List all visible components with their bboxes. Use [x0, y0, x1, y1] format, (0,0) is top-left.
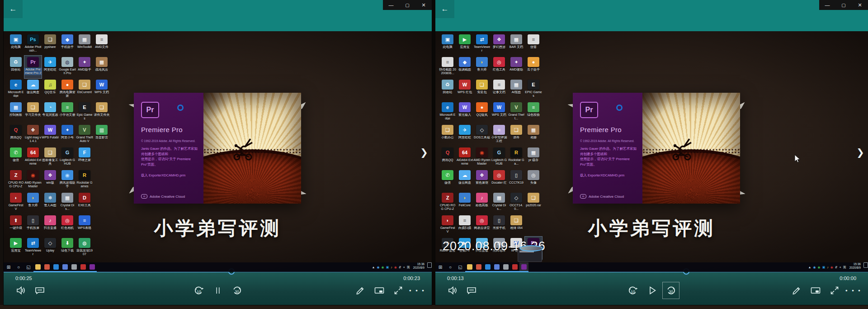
- desktop-icon: ◎头像: [525, 169, 542, 191]
- desktop-icon: [93, 191, 110, 214]
- desktop-icon: 64AIDA64 Extreme: [456, 146, 473, 169]
- desktop-icon: VGrand Theft Auto V: [76, 124, 93, 146]
- desktop-icon: ❖Light mag v1.4.1: [24, 124, 42, 146]
- desktop-icon: GLogitech G HUB: [59, 146, 76, 169]
- tray-icon: ◉: [818, 266, 821, 269]
- svg-text:10: 10: [631, 290, 635, 294]
- desktop-icon: VGrand Theft...: [508, 101, 525, 124]
- desktop-icon: ♻回收站: [439, 78, 456, 101]
- tray-icon: ◉: [813, 266, 816, 269]
- forward30-button[interactable]: 30: [229, 282, 245, 299]
- fullscreen-button[interactable]: [390, 282, 406, 299]
- desktop-icon: RRockstar Ga...: [508, 146, 525, 169]
- desktop-icon: ≡AMD文件: [93, 33, 110, 56]
- pencil-button[interactable]: [352, 282, 368, 299]
- play-button[interactable]: [644, 282, 660, 299]
- desktop-icon: ◗鲁大师: [473, 56, 491, 78]
- maximize-button[interactable]: ▢: [835, 0, 852, 10]
- fullscreen-button[interactable]: [826, 282, 843, 299]
- desktop-icon: ▦相册: [525, 124, 542, 146]
- desktop-bottom-strip: [0, 305, 868, 309]
- creative-cloud-icon: ∞: [580, 194, 586, 199]
- minimize-button[interactable]: —: [383, 0, 399, 10]
- desktop-icon: ▦Crystal Dis...: [59, 191, 76, 214]
- close-button[interactable]: ✕: [415, 0, 432, 10]
- pause-button[interactable]: [210, 282, 226, 299]
- svg-text:30: 30: [669, 290, 673, 294]
- desktop-icon: F哔哩之家: [76, 146, 93, 169]
- taskbar-app-icon: [42, 262, 52, 272]
- back-button[interactable]: ←: [4, 0, 23, 18]
- desktop-icon: ❏EbCurrent: [76, 78, 93, 101]
- premiere-logo: Pr: [141, 102, 159, 118]
- more-button[interactable]: • • •: [845, 282, 862, 299]
- splash-artwork: [203, 93, 301, 204]
- desktop-icon: ✆微信: [7, 146, 24, 169]
- pencil-button[interactable]: [788, 282, 805, 299]
- desktop-icon: ◎红色工具: [491, 56, 508, 78]
- tray-icon: 英: [407, 265, 410, 270]
- taskbar-app-icon: [483, 262, 492, 272]
- rewind10-button[interactable]: 10: [191, 282, 207, 299]
- taskbar-app-icon: [519, 262, 528, 272]
- back-button[interactable]: ←: [435, 0, 454, 18]
- remaining-time: 0:00:23: [403, 276, 420, 281]
- miniview-button[interactable]: [807, 282, 824, 299]
- tray-icon: ⇵: [835, 266, 838, 269]
- subtitles-button[interactable]: [32, 282, 48, 299]
- desktop-icon: ≡绿色校验: [525, 101, 542, 124]
- caption-buttons: — ▢ ✕: [383, 0, 432, 10]
- forward30-button[interactable]: 30: [663, 282, 679, 299]
- desktop-icon: ◍Google Earth Pro: [59, 56, 76, 78]
- video-caption-text: 小学弟写评测: [4, 216, 432, 241]
- desktop-icon: ●瓜子助手: [525, 56, 542, 78]
- more-button[interactable]: • • •: [409, 282, 425, 299]
- tray-icon: ⇵: [399, 266, 401, 269]
- video-frame[interactable]: ▣此电脑PsAdobe Photosh...❏pyshare◆手机助手▦WinT…: [4, 31, 432, 272]
- video-frame[interactable]: ▣此电脑▶应用宝⇄TeamViewer❖梦幻西游▦BAR 文档≡便签≡快传截图 …: [435, 31, 868, 272]
- tray-icon: ♪: [827, 266, 829, 269]
- tray-icon: 英: [843, 265, 846, 270]
- tray-icon: ⌖: [403, 266, 405, 269]
- desktop-icon: ◗FeiiCore: [456, 191, 473, 214]
- tray-icon: ▲: [808, 266, 811, 269]
- desktop-icon: ◇OCCT14.0...: [508, 191, 525, 214]
- next-video-button[interactable]: ❯: [854, 143, 867, 162]
- desktop-icon: ☁微云网盘: [456, 169, 473, 191]
- desktop-icon: RRockstar Games: [76, 169, 93, 191]
- miniview-button[interactable]: [371, 282, 387, 299]
- desktop-icon: ✈阿里旺旺: [42, 56, 59, 78]
- minimize-button[interactable]: —: [819, 0, 835, 10]
- start-icon: ⊞: [4, 262, 14, 272]
- desktop-icon: ✈阿里旺旺: [456, 124, 473, 146]
- desktop-icon: ▦AI抠图: [508, 78, 525, 101]
- desktop-icon: DEXE工具: [76, 191, 93, 214]
- desktop-icon: ❖梦幻西游: [491, 33, 508, 56]
- recorded-clock: 15:362020/8/9: [848, 262, 863, 272]
- elapsed-time: 0:00:25: [15, 276, 32, 281]
- volume-button[interactable]: [13, 282, 29, 299]
- subtitles-button[interactable]: [463, 282, 480, 299]
- volume-button[interactable]: [444, 282, 461, 299]
- desktop-icon: ❏ps2020.rar: [525, 191, 542, 214]
- start-icon: ⊞: [435, 262, 445, 272]
- rewind10-button[interactable]: 10: [625, 282, 641, 299]
- taskbar-app-icon: [510, 262, 519, 272]
- desktop-icon: ▣此电脑: [439, 33, 456, 56]
- titlebar: ← — ▢ ✕: [435, 0, 868, 31]
- desktop-icon: ◗鲁大师: [24, 191, 42, 214]
- elapsed-time: 0:00:13: [447, 276, 464, 281]
- desktop-icon: WWPS 文档: [93, 78, 110, 101]
- close-button[interactable]: ✕: [852, 0, 868, 10]
- next-video-button[interactable]: ❯: [417, 143, 431, 162]
- desktop-icon: PrAdobe Premiere Pro 2019: [24, 56, 42, 78]
- desktop-icon: WWPS 红包: [456, 78, 473, 101]
- desktop-icon: ◗GameFirst V: [7, 191, 24, 214]
- desktop-icon: ◇DOS工具箱: [473, 124, 491, 146]
- loading-spinner-icon: [616, 105, 623, 111]
- svg-text:30: 30: [235, 290, 239, 294]
- desktop-icon: EEPIC Games: [525, 78, 542, 101]
- desktop-icon: ☁微云网盘: [24, 78, 42, 101]
- tray-icon: ◉: [377, 266, 379, 269]
- maximize-button[interactable]: ▢: [399, 0, 415, 10]
